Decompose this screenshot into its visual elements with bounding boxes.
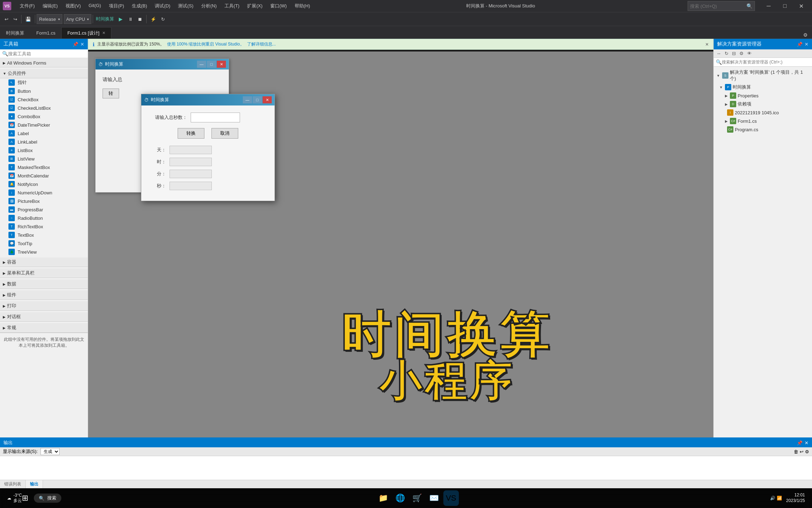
- taskbar-app-vs[interactable]: VS: [443, 490, 459, 506]
- tree-solution-root[interactable]: ▼ S 解决方案 '时间换算' (1 个项目，共 1 个): [714, 68, 812, 83]
- toolbox-section-general-header[interactable]: ▶ 常规: [0, 323, 88, 333]
- menu-project[interactable]: 项目(P): [105, 1, 128, 11]
- toolbox-item-datetimepicker[interactable]: 📅 DateTimePicker: [0, 121, 88, 129]
- info-bar-close[interactable]: ✕: [705, 42, 709, 47]
- toolbox-item-checkbox[interactable]: ☑ CheckBox: [0, 95, 88, 104]
- dialog-hours-input[interactable]: [170, 158, 212, 166]
- menu-help[interactable]: 帮助(H): [291, 1, 314, 11]
- info-bar-link2[interactable]: 了解详细信息...: [247, 41, 276, 47]
- toolbox-item-richtextbox[interactable]: T RichTextBox: [0, 222, 88, 231]
- toolbox-item-label[interactable]: A Label: [0, 129, 88, 138]
- menu-edit[interactable]: 编辑(E): [39, 1, 61, 11]
- taskbar-app-explorer[interactable]: 📁: [376, 490, 391, 506]
- dialog-convert-btn[interactable]: 转换: [178, 128, 204, 139]
- undo-btn[interactable]: ↩: [2, 16, 11, 23]
- toolbox-item-listview[interactable]: ⊞ ListView: [0, 155, 88, 163]
- toolbox-item-tooltip[interactable]: 💬 ToolTip: [0, 239, 88, 248]
- taskbar-app-store[interactable]: 🛒: [410, 490, 425, 506]
- behind-form-convert-btn[interactable]: 转: [103, 89, 119, 98]
- behind-form-close-btn[interactable]: ✕: [217, 61, 226, 68]
- dialog-days-input[interactable]: [170, 146, 212, 154]
- toolbox-item-maskedtextbox[interactable]: T MaskedTextBox: [0, 163, 88, 171]
- toolbox-section-menus-header[interactable]: ▶ 菜单和工具栏: [0, 268, 88, 278]
- designer-area[interactable]: ⏱ 时间换算 — □ ✕ 请输入总 转: [88, 52, 713, 437]
- dialog-sec-output-input[interactable]: [170, 182, 212, 190]
- info-bar-link1[interactable]: 使用 100% 缩放比例重启 Visual Studio。: [167, 41, 244, 47]
- tree-project[interactable]: ▼ P 时间换算: [714, 83, 812, 91]
- toolbox-item-progressbar[interactable]: ▬ ProgressBar: [0, 205, 88, 214]
- redo-btn[interactable]: ↪: [11, 16, 20, 23]
- menu-window[interactable]: 窗口(W): [267, 1, 290, 11]
- tab-form1cs[interactable]: Form1.cs: [30, 27, 61, 38]
- platform-dropdown[interactable]: Any CPU ▾: [64, 14, 91, 24]
- configuration-dropdown[interactable]: Release ▾: [37, 14, 62, 24]
- minimize-button[interactable]: ─: [761, 0, 777, 12]
- dialog-min-btn[interactable]: —: [243, 96, 252, 103]
- toolbox-item-notifyicon[interactable]: 🔔 NotifyIcon: [0, 180, 88, 188]
- toolbox-item-pointer[interactable]: ↖ 指针: [0, 78, 88, 87]
- toolbox-item-combobox[interactable]: ▾ ComboBox: [0, 112, 88, 121]
- tab-form1cs-designer[interactable]: Form1.cs [设计] ✕: [61, 27, 111, 38]
- toolbar-misc-1[interactable]: ⚡: [148, 16, 159, 23]
- toolbox-item-numericupdown[interactable]: ↕ NumericUpDown: [0, 188, 88, 197]
- toolbox-section-containers-header[interactable]: ▶ 容器: [0, 258, 88, 267]
- tab-error-list[interactable]: 错误列表: [0, 480, 26, 488]
- toolbox-close-icon[interactable]: ✕: [80, 42, 84, 47]
- toolbar-misc-2[interactable]: ↻: [159, 16, 167, 23]
- solution-close-icon[interactable]: ✕: [805, 42, 808, 47]
- tree-dependencies[interactable]: ▶ D 依赖项: [714, 100, 812, 108]
- tab-solution[interactable]: 时间换算: [0, 27, 30, 38]
- tree-ico-file[interactable]: I 2022121919 1045.ico: [714, 108, 812, 117]
- run-button[interactable]: ▶: [116, 15, 126, 23]
- toolbox-item-linklabel[interactable]: A LinkLabel: [0, 138, 88, 146]
- menu-test[interactable]: 测试(S): [174, 1, 197, 11]
- toolbox-search-bar[interactable]: 🔍: [0, 49, 88, 58]
- solution-search-input[interactable]: [722, 60, 810, 65]
- tab-output[interactable]: 输出: [26, 480, 43, 488]
- toolbox-section-common-header[interactable]: ▼ 公共控件: [0, 69, 88, 78]
- toolbox-item-treeview[interactable]: 🌲 TreeView: [0, 248, 88, 256]
- toolbox-item-radiobutton[interactable]: ○ RadioButton: [0, 214, 88, 222]
- maximize-button[interactable]: □: [777, 0, 793, 12]
- save-all-btn[interactable]: 💾: [23, 16, 33, 23]
- menu-file[interactable]: 文件(F): [16, 1, 38, 11]
- toolbox-pin-icon[interactable]: 📌: [73, 42, 78, 47]
- menu-extensions[interactable]: 扩展(X): [244, 1, 266, 11]
- solution-show-all-btn[interactable]: 👁: [746, 50, 753, 57]
- solution-search-bar[interactable]: 🔍: [714, 58, 812, 67]
- tab-settings-icon[interactable]: ⚙: [802, 31, 809, 38]
- pause-button[interactable]: ⏸: [126, 16, 135, 23]
- dialog-minutes-input[interactable]: [170, 170, 212, 178]
- dialog-max-btn[interactable]: □: [253, 96, 262, 103]
- tree-programcs[interactable]: C# Program.cs: [714, 125, 812, 134]
- output-clear-btn[interactable]: 🗑: [794, 449, 798, 454]
- toolbox-section-components-header[interactable]: ▶ 组件: [0, 290, 88, 300]
- taskbar-clock[interactable]: 12:01 2023/1/25: [786, 492, 805, 503]
- global-search-box[interactable]: 🔍: [688, 1, 755, 11]
- toolbox-item-checkedlistbox[interactable]: ☑ CheckedListBox: [0, 104, 88, 112]
- solution-pin-icon[interactable]: 📌: [797, 42, 802, 47]
- output-close-icon[interactable]: ✕: [805, 440, 808, 446]
- solution-sync-btn[interactable]: ↔: [715, 50, 722, 57]
- output-pin-icon[interactable]: 📌: [797, 440, 802, 446]
- dialog-close-btn[interactable]: ✕: [263, 96, 272, 103]
- toolbox-item-listbox[interactable]: ≡ ListBox: [0, 146, 88, 155]
- toolbox-item-button[interactable]: B Button: [0, 87, 88, 95]
- toolbox-section-print-header[interactable]: ▶ 打印: [0, 301, 88, 311]
- start-button[interactable]: ⊞: [22, 494, 28, 503]
- menu-build[interactable]: 生成(B): [128, 1, 150, 11]
- taskbar-app-mail[interactable]: ✉️: [426, 490, 442, 506]
- global-search-input[interactable]: [690, 4, 746, 9]
- menu-git[interactable]: Git(G): [85, 1, 104, 11]
- taskbar-search-btn[interactable]: 🔍 搜索: [34, 494, 61, 503]
- toolbox-section-dialogs-header[interactable]: ▶ 对话框: [0, 312, 88, 322]
- taskbar-app-browser[interactable]: 🌐: [393, 490, 408, 506]
- solution-props-btn[interactable]: ⚙: [738, 50, 745, 57]
- behind-form-max-btn[interactable]: □: [207, 61, 216, 68]
- toolbox-search-input[interactable]: [8, 51, 86, 56]
- behind-form-min-btn[interactable]: —: [197, 61, 206, 68]
- toolbox-section-all-windows-forms-header[interactable]: ▶ All Windows Forms: [0, 59, 88, 67]
- main-dialog-form[interactable]: ⏱ 时间换算 — □ ✕ 请输入总秒数：: [141, 94, 275, 201]
- output-filter-btn[interactable]: ⚙: [805, 449, 809, 454]
- menu-view[interactable]: 视图(V): [62, 1, 84, 11]
